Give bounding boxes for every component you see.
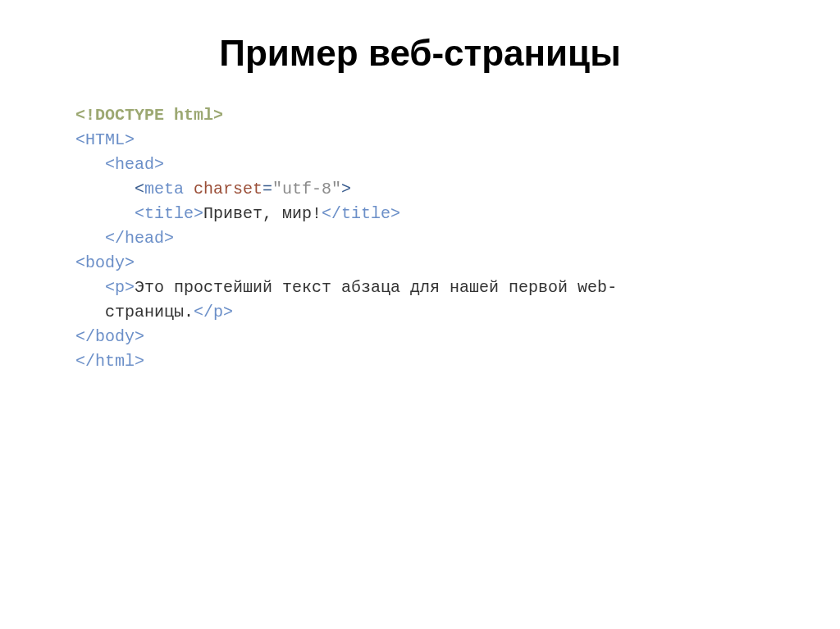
code-meta-lt: < bbox=[135, 180, 144, 198]
code-eq: = bbox=[262, 180, 272, 198]
code-tag-body-close: </body> bbox=[75, 327, 144, 346]
code-p-text-line2: страницы. bbox=[105, 303, 194, 321]
code-title-text: Привет, мир! bbox=[203, 204, 322, 223]
code-tag-head-close: </head> bbox=[105, 229, 174, 248]
code-meta-name: meta bbox=[144, 180, 184, 198]
code-attr-charset: charset bbox=[194, 180, 262, 198]
code-doctype: <!DOCTYPE html> bbox=[75, 106, 223, 125]
code-tag-html-close: </html> bbox=[75, 352, 144, 371]
code-p-text-line1: Это простейший текст абзаца для нашей пе… bbox=[135, 278, 617, 297]
code-tag-title-open: <title> bbox=[135, 204, 203, 223]
code-tag-p-open: <p> bbox=[105, 278, 135, 297]
code-example: <!DOCTYPE html> <HTML> <head> <meta char… bbox=[0, 103, 840, 374]
code-tag-title-close: </title> bbox=[322, 204, 400, 223]
code-meta-gt: > bbox=[341, 180, 351, 198]
page-title: Пример веб-страницы bbox=[0, 33, 840, 74]
code-attr-val: "utf-8" bbox=[272, 180, 341, 198]
code-space bbox=[184, 180, 194, 198]
code-tag-body-open: <body> bbox=[75, 253, 135, 272]
code-tag-p-close: </p> bbox=[194, 303, 233, 321]
code-tag-html-open: <HTML> bbox=[75, 130, 135, 149]
code-tag-head-open: <head> bbox=[105, 155, 164, 174]
